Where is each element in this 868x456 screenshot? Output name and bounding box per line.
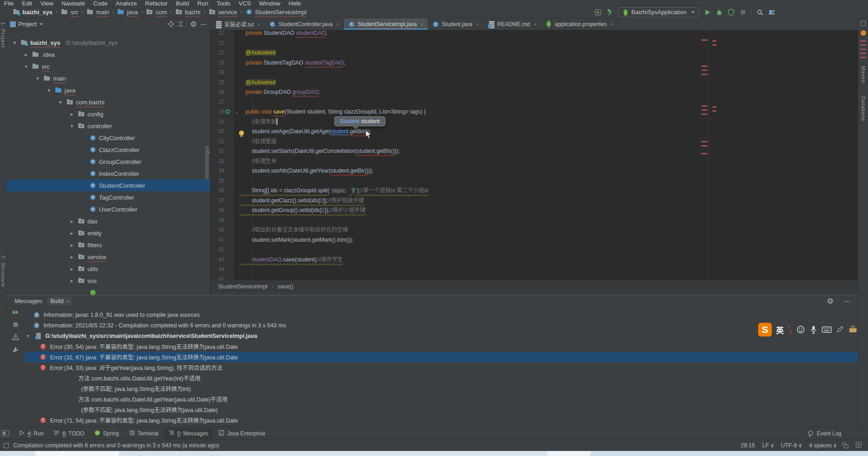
gutter[interactable]: 38 [211,206,233,216]
gutter[interactable]: 36 [211,186,233,196]
code-line-41[interactable]: 41 student.setMark(student.getMark().tri… [211,235,858,245]
code-line-39[interactable]: 39 [211,216,858,226]
breadcrumb-item-baizhi[interactable]: baizhi [175,8,201,16]
code-line-37[interactable]: 37 student.getClazz().setId(ids[0]);//维护… [211,196,858,206]
tree-arrow[interactable]: ▾ [68,123,76,129]
gutter[interactable]: 43 [211,255,233,265]
tree-item-com.baizhi[interactable]: ▾com.baizhi [6,96,210,108]
tree-arrow[interactable]: ▾ [11,40,18,46]
gear-icon[interactable] [190,21,197,27]
tree-arrow[interactable]: ▾ [45,87,53,93]
tree-arrow[interactable]: ▸ [68,266,76,272]
tree-item-IndexController[interactable]: IndexController [6,168,210,179]
gutter[interactable]: 31 [211,137,233,147]
menu-navigate[interactable]: Navigate [61,0,85,6]
stop-button[interactable] [739,9,747,16]
status-widget-LF[interactable]: LF [762,442,774,449]
tree-item-main[interactable]: ▾main [6,72,210,84]
tool-stripe-project[interactable]: 1: Project [0,22,6,48]
gutter[interactable]: 28 [211,107,233,117]
close-icon[interactable]: × [336,22,339,27]
tree-arrow[interactable]: ▾ [34,76,41,81]
code-line-29[interactable]: 29 //处理年龄 [211,117,858,127]
tree-arrow[interactable]: ▸ [68,254,76,260]
collapse-all-icon[interactable] [177,21,184,27]
breadcrumb-method[interactable]: save() [277,283,293,290]
tool-button-spring[interactable]: Spring [90,428,123,439]
tool-button-0-messages[interactable]: 0: Messages [164,428,212,439]
editor-viewport[interactable]: 20 private StudentDAO studentDAO;2122 @A… [211,30,858,280]
menu-window[interactable]: Window [259,0,280,6]
search-everywhere-icon[interactable] [756,9,764,16]
gutter[interactable]: 29 [211,117,233,127]
run-button[interactable] [704,9,711,16]
breadcrumb-item-com[interactable]: com [146,8,167,16]
tree-item-.idea[interactable]: ▸.idea [6,49,210,60]
code-line-34[interactable]: 34 student.setAttr(DateUtil.getYear(stud… [211,166,858,176]
message-row[interactable]: ▾G:\study\baizhi_sys\src\main\java\com\b… [25,331,858,341]
code-line-20[interactable]: 20 private StudentDAO studentDAO; [211,30,858,38]
code-line-36[interactable]: 36 String[] ids = clazzGroupId.split(reg… [211,186,858,196]
event-log-button[interactable]: Event Log [808,430,841,437]
tab-Student.java[interactable]: Student.java× [428,18,483,30]
wrench-icon[interactable] [12,346,19,353]
gutter[interactable]: 26 [211,87,233,98]
code-line-28[interactable]: 28⌄ public void save(Student student, St… [211,107,858,117]
message-row[interactable]: Information: javac 1.8.0_91 was used to … [25,309,858,320]
tree-item-entity[interactable]: ▸entity [6,227,210,239]
menu-view[interactable]: View [40,0,53,6]
tree-item-baizhi_sys[interactable]: ▾baizhi_sysG:\study\baizhi_sys [6,37,210,49]
gutter[interactable]: 44 [211,265,233,275]
menu-edit[interactable]: Edit [22,0,32,6]
tool-stripe-database[interactable]: Database [861,96,866,121]
project-scrollbar[interactable] [205,146,209,179]
message-row[interactable]: 方法 com.baizhi.utils.DateUtil.getYear(jav… [25,394,858,404]
debug-button[interactable] [716,9,723,16]
tree-item-utils[interactable]: ▸utils [6,263,210,275]
tree-item-UserController[interactable]: UserController [6,203,210,215]
tool-switcher-icon[interactable] [2,430,9,436]
gutter[interactable]: 25 [211,78,233,88]
message-row[interactable]: (参数不匹配; java.lang.String无法转换为int) [25,383,858,394]
code-line-27[interactable]: 27 [211,98,858,108]
gutter[interactable]: 32 [211,147,233,157]
tree-item-ClazzController[interactable]: ClazzController [6,144,210,156]
gutter[interactable]: 21 [211,38,233,49]
code-line-25[interactable]: 25 @Autowired [211,78,858,88]
tab-README.md[interactable]: README.md× [483,18,541,30]
hide-panel-icon[interactable]: — [201,21,206,27]
tab-StudentController.java[interactable]: StudentController.java× [265,18,344,30]
gutter[interactable]: 20 [211,30,233,38]
gutter[interactable]: 23 [211,58,233,68]
expand-arrow-icon[interactable]: ▾ [27,333,32,338]
menu-code[interactable]: Code [93,0,108,6]
warning-filter-icon[interactable] [12,333,19,341]
breadcrumb-item-src[interactable]: src [61,8,78,16]
message-row[interactable]: Error:(30, 54) java: 不兼容的类型: java.lang.S… [25,341,858,352]
code-line-24[interactable]: 24 [211,68,858,78]
tree-arrow[interactable]: ▸ [68,218,76,224]
tab-安装必读.txt[interactable]: 安装必读.txt× [211,18,265,30]
tool-button-terminal[interactable]: Terminal [125,428,163,439]
emoji-icon[interactable] [796,325,805,334]
keyboard-icon[interactable] [822,326,832,334]
tool-stripe-structure[interactable]: 7: Structure [0,255,6,287]
message-row[interactable]: Information: 2021/8/5 22:32 - Compilatio… [25,320,858,331]
code-line-45[interactable]: 45 [211,275,858,281]
tree-item-vos[interactable]: ▸vos [6,275,210,287]
tree-arrow[interactable]: ▾ [57,99,64,105]
handwriting-icon[interactable] [836,326,844,334]
indexing-icon[interactable] [856,442,862,449]
code-line-30[interactable]: 30 student.setAge(DateUtil.getAge(studen… [211,127,858,137]
tree-item-dao[interactable]: ▸dao [6,215,210,227]
hide-panel-icon[interactable]: — [844,298,850,304]
close-icon[interactable]: × [420,22,423,27]
locate-icon[interactable] [168,21,174,27]
coverage-button[interactable] [727,9,735,16]
close-icon[interactable]: × [66,299,69,304]
tree-item-controller[interactable]: ▾controller [6,120,210,132]
tree-item-GroupController[interactable]: GroupController [6,156,210,168]
code-line-32[interactable]: 32 student.setStarts(DateUtil.getConstel… [211,147,858,157]
chevron-down-icon[interactable] [39,23,43,25]
code-line-42[interactable]: 42 [211,245,858,255]
